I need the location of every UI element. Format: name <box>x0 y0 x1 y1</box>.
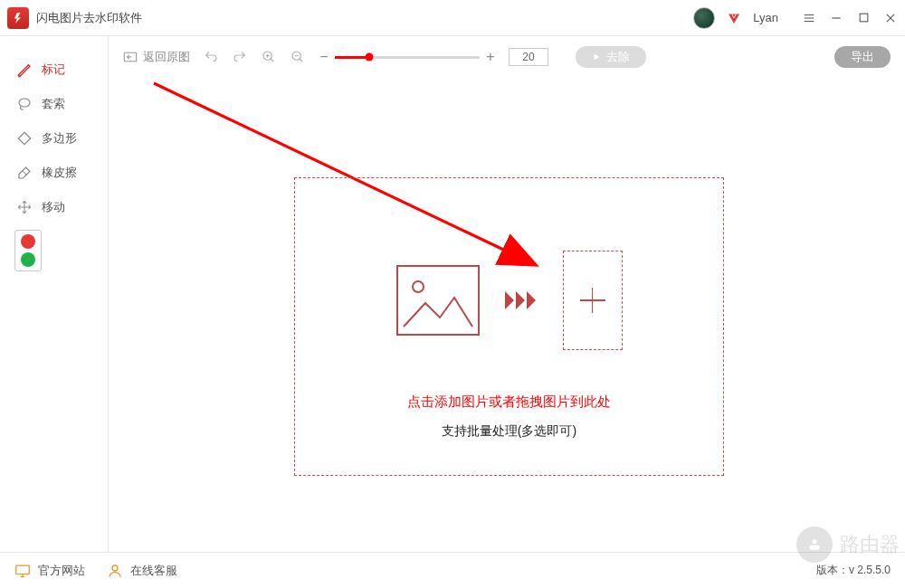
slider-minus-icon[interactable]: − <box>319 49 329 65</box>
move-icon <box>16 199 33 215</box>
chevrons-right-icon <box>503 289 539 311</box>
menu-icon[interactable] <box>802 11 816 25</box>
svg-rect-0 <box>860 14 868 22</box>
eraser-icon <box>16 165 33 181</box>
svg-point-6 <box>413 281 424 292</box>
zoom-in-icon[interactable] <box>261 50 277 64</box>
username[interactable]: Lyan <box>753 11 778 24</box>
tool-move[interactable]: 移动 <box>0 190 108 224</box>
tool-mark[interactable]: 标记 <box>0 52 108 87</box>
image-watermark: 路由器 <box>796 526 900 563</box>
official-site-link[interactable]: 官方网站 <box>14 563 85 579</box>
marker-icon <box>16 62 33 78</box>
svg-point-9 <box>813 539 817 544</box>
slider-knob[interactable] <box>366 53 374 62</box>
export-label: 导出 <box>851 49 874 65</box>
site-label: 官方网站 <box>38 563 85 579</box>
drop-hint-secondary: 支持批量处理(多选即可) <box>442 423 576 440</box>
svg-rect-7 <box>16 565 30 574</box>
tool-label: 移动 <box>42 199 65 215</box>
drop-hint-primary: 点击添加图片或者拖拽图片到此处 <box>407 394 611 411</box>
svg-point-8 <box>112 565 118 571</box>
watermark-text: 路由器 <box>840 531 900 558</box>
svg-point-1 <box>19 99 30 107</box>
brush-size-slider[interactable]: − + <box>319 49 496 65</box>
zoom-out-icon[interactable] <box>290 50 306 64</box>
remove-label: 去除 <box>606 49 630 65</box>
support-link[interactable]: 在线客服 <box>107 563 177 579</box>
drop-zone[interactable]: 点击添加图片或者拖拽图片到此处 支持批量处理(多选即可) <box>294 177 724 476</box>
slider-track[interactable] <box>335 56 480 59</box>
tool-eraser[interactable]: 橡皮擦 <box>0 156 108 190</box>
tool-label: 多边形 <box>42 130 77 147</box>
sidebar: 标记 套索 多边形 橡皮擦 移动 <box>0 36 109 552</box>
slider-plus-icon[interactable]: + <box>485 49 496 65</box>
redo-icon[interactable] <box>232 50 248 64</box>
plus-icon <box>580 288 605 313</box>
minimize-icon[interactable] <box>829 11 843 25</box>
color-swatch[interactable] <box>14 230 42 271</box>
close-icon[interactable] <box>883 11 898 25</box>
tool-label: 标记 <box>42 62 65 78</box>
titlebar: 闪电图片去水印软件 Lyan <box>0 0 905 36</box>
tool-label: 套索 <box>42 96 65 112</box>
swatch-green[interactable] <box>21 252 35 267</box>
export-button[interactable]: 导出 <box>834 46 891 68</box>
back-to-original-button[interactable]: 返回原图 <box>123 49 190 65</box>
version-label: 版本：v 2.5.5.0 <box>816 563 891 578</box>
app-title: 闪电图片去水印软件 <box>36 10 142 26</box>
undo-icon[interactable] <box>203 50 219 64</box>
footer: 官方网站 在线客服 版本：v 2.5.5.0 <box>0 552 905 588</box>
swatch-red[interactable] <box>21 234 35 249</box>
tool-polygon[interactable]: 多边形 <box>0 121 108 156</box>
vip-badge-icon <box>726 10 742 26</box>
app-logo <box>7 7 29 29</box>
canvas: 点击添加图片或者拖拽图片到此处 支持批量处理(多选即可) <box>109 78 905 552</box>
lasso-icon <box>16 96 33 112</box>
monitor-icon <box>14 563 31 579</box>
svg-rect-10 <box>809 545 820 550</box>
remove-button[interactable]: 去除 <box>576 46 646 68</box>
back-label: 返回原图 <box>143 49 190 65</box>
add-image-button[interactable] <box>563 251 623 350</box>
support-label: 在线客服 <box>130 563 177 579</box>
brush-size-value[interactable]: 20 <box>509 48 548 66</box>
main-area: 返回原图 − + 20 <box>109 36 905 552</box>
tool-lasso[interactable]: 套索 <box>0 87 108 121</box>
tool-label: 橡皮擦 <box>42 165 77 181</box>
avatar[interactable] <box>693 7 715 29</box>
support-icon <box>107 563 123 579</box>
maximize-icon[interactable] <box>856 11 871 25</box>
polygon-icon <box>16 130 33 147</box>
top-toolbar: 返回原图 − + 20 <box>109 36 905 78</box>
image-placeholder-icon <box>396 265 480 336</box>
